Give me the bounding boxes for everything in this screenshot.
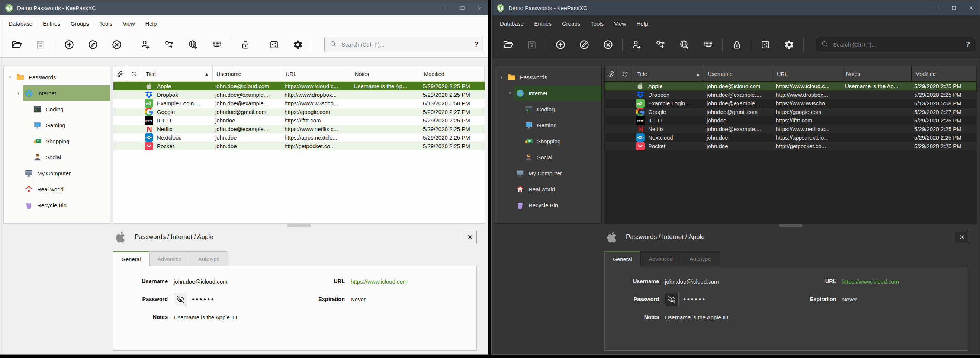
search-box[interactable]: ? — [324, 37, 484, 52]
lock-database-button[interactable] — [728, 36, 746, 54]
column-header-clock[interactable] — [619, 66, 633, 82]
autotype-button[interactable] — [699, 36, 717, 54]
settings-button[interactable] — [289, 36, 307, 54]
splitter[interactable] — [605, 224, 977, 227]
menu-groups[interactable]: Groups — [65, 18, 94, 29]
menu-view[interactable]: View — [609, 18, 631, 29]
delete-entry-button[interactable] — [108, 36, 126, 54]
copy-url-button[interactable] — [675, 36, 693, 54]
copy-password-button[interactable] — [160, 36, 178, 54]
menu-help[interactable]: Help — [631, 18, 653, 29]
expander-arrow[interactable]: ▼ — [6, 75, 14, 79]
close-preview-button[interactable] — [955, 231, 969, 243]
expander-arrow[interactable]: ▼ — [506, 91, 514, 95]
toggle-password-visibility-button[interactable] — [665, 292, 679, 306]
open-database-button[interactable] — [8, 36, 25, 54]
window-close-button[interactable] — [471, 0, 488, 15]
new-entry-button[interactable] — [552, 36, 570, 54]
search-box[interactable]: ? — [816, 37, 975, 52]
sidebar-item-my-computer[interactable]: My Computer — [4, 165, 110, 181]
toggle-password-visibility-button[interactable] — [174, 292, 188, 306]
sidebar-item-coding[interactable]: >_Coding — [495, 101, 601, 117]
search-input[interactable] — [832, 41, 962, 48]
column-header-paperclip[interactable] — [605, 66, 619, 82]
entry-row-netflix[interactable]: NNetflixjohn.doe@example....https://www.… — [605, 125, 976, 133]
column-header-username[interactable]: Username — [704, 66, 773, 82]
column-header-url[interactable]: URL — [773, 66, 842, 82]
column-header-modified[interactable]: Modified — [912, 66, 976, 82]
menu-database[interactable]: Database — [495, 18, 529, 29]
copy-username-button[interactable] — [628, 36, 646, 54]
splitter-handle[interactable] — [779, 224, 803, 227]
lock-database-button[interactable] — [237, 36, 255, 54]
sidebar-item-passwords[interactable]: ▼Passwords — [495, 69, 601, 85]
url-link[interactable]: https://www.icloud.com — [842, 278, 899, 285]
password-generator-button[interactable] — [756, 36, 774, 54]
window-maximize-button[interactable] — [454, 0, 471, 15]
sidebar-item-gaming[interactable]: Gaming — [495, 117, 601, 133]
search-help-icon[interactable]: ? — [966, 41, 970, 48]
copy-url-button[interactable] — [184, 36, 202, 54]
entry-row-ifttt[interactable]: IFTTTIFTTTjohndoehttps://ifttt.com5/29/2… — [113, 116, 485, 125]
entry-row-ifttt[interactable]: IFTTTIFTTTjohndoehttps://ifttt.com5/29/2… — [605, 116, 976, 125]
sidebar-item-real-world[interactable]: Real world — [495, 181, 601, 197]
new-entry-button[interactable] — [60, 36, 78, 54]
autotype-button[interactable] — [208, 36, 226, 54]
tab-general[interactable]: General — [605, 251, 641, 267]
column-header-title[interactable]: Title▲ — [633, 66, 704, 82]
column-header-notes[interactable]: Notes — [842, 66, 912, 82]
sidebar-item-shopping[interactable]: 1Shopping — [495, 133, 601, 149]
sidebar-item-social[interactable]: Social — [495, 149, 601, 165]
expander-arrow[interactable]: ▼ — [497, 75, 506, 79]
window-close-button[interactable] — [963, 0, 980, 15]
entry-row-google[interactable]: Googlejohndoe@gmail.comhttps://google.co… — [113, 107, 485, 116]
entry-row-google[interactable]: Googlejohndoe@gmail.comhttps://google.co… — [605, 107, 976, 116]
save-database-button[interactable] — [32, 36, 49, 54]
column-header-url[interactable]: URL — [282, 66, 351, 82]
sidebar-item-recycle-bin[interactable]: Recycle Bin — [495, 197, 601, 213]
entry-row-example-login[interactable]: w3Example Login ...john.doe@example....h… — [605, 99, 976, 107]
tab-advanced[interactable]: Advanced — [640, 251, 682, 267]
entry-row-nextcloud[interactable]: Nextcloudjohn.doehttps://apps.nextclo...… — [605, 133, 976, 142]
column-header-modified[interactable]: Modified — [420, 66, 485, 82]
column-header-notes[interactable]: Notes — [351, 66, 420, 82]
sidebar-item-shopping[interactable]: 1Shopping — [4, 133, 110, 149]
sidebar-item-gaming[interactable]: Gaming — [4, 117, 110, 133]
delete-entry-button[interactable] — [599, 36, 617, 54]
sidebar-item-recycle-bin[interactable]: Recycle Bin — [4, 197, 110, 213]
entry-row-dropbox[interactable]: Dropboxjohn.doe@example....http://www.dr… — [113, 90, 485, 99]
close-preview-button[interactable] — [463, 231, 477, 243]
splitter-handle[interactable] — [287, 224, 311, 227]
entry-row-apple[interactable]: Applejohn.doe@icloud.comhttps://www.iclo… — [605, 82, 976, 90]
copy-username-button[interactable] — [137, 36, 154, 54]
entry-row-apple[interactable]: Applejohn.doe@icloud.comhttps://www.iclo… — [113, 82, 485, 90]
menu-entries[interactable]: Entries — [529, 18, 557, 29]
menu-groups[interactable]: Groups — [557, 18, 585, 29]
sidebar-item-internet[interactable]: ▼Internet — [495, 85, 601, 101]
tab-autotype[interactable]: Autotype — [190, 251, 228, 267]
menu-tools[interactable]: Tools — [585, 18, 609, 29]
open-database-button[interactable] — [499, 36, 517, 54]
column-header-username[interactable]: Username — [213, 66, 282, 82]
entry-row-example-login[interactable]: w3Example Login ...john.doe@example....h… — [113, 99, 485, 107]
window-minimize-button[interactable] — [928, 0, 945, 15]
tab-advanced[interactable]: Advanced — [149, 251, 191, 267]
sidebar-item-internet[interactable]: ▼Internet — [4, 85, 110, 101]
entry-row-pocket[interactable]: Pocketjohn.doehttp://getpocket.co...5/29… — [113, 142, 485, 150]
save-database-button[interactable] — [523, 36, 541, 54]
sidebar-item-coding[interactable]: >_Coding — [4, 101, 110, 117]
menu-tools[interactable]: Tools — [94, 18, 118, 29]
splitter[interactable] — [113, 224, 485, 227]
entry-row-netflix[interactable]: NNetflixjohn.doe@example....https://www.… — [113, 125, 485, 133]
menu-view[interactable]: View — [118, 18, 140, 29]
sidebar-item-real-world[interactable]: Real world — [4, 181, 110, 197]
copy-password-button[interactable] — [652, 36, 670, 54]
search-help-icon[interactable]: ? — [474, 41, 478, 48]
menu-help[interactable]: Help — [140, 18, 162, 29]
window-maximize-button[interactable] — [945, 0, 963, 15]
search-input[interactable] — [340, 41, 470, 48]
url-link[interactable]: https://www.icloud.com — [351, 278, 407, 285]
window-minimize-button[interactable] — [437, 0, 454, 15]
entry-row-pocket[interactable]: Pocketjohn.doehttp://getpocket.co...5/29… — [605, 142, 976, 150]
sidebar-item-social[interactable]: Social — [4, 149, 110, 165]
